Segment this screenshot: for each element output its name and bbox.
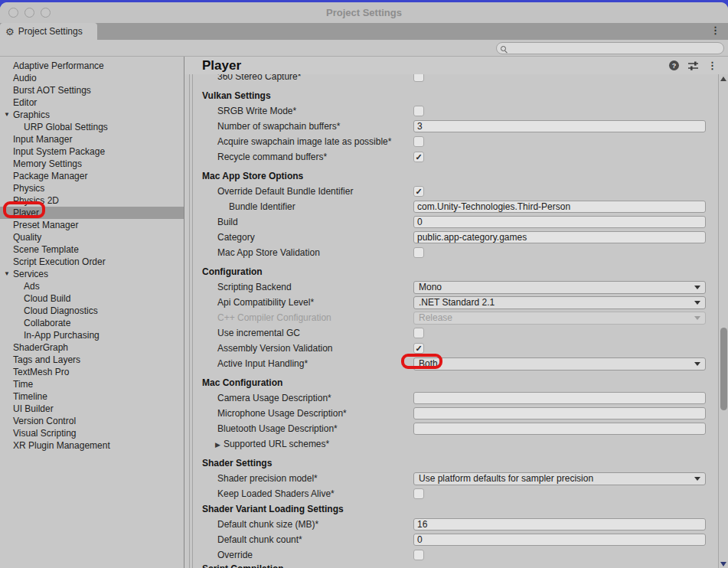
sidebar-item-adaptive-performance[interactable]: Adaptive Performance bbox=[0, 60, 184, 72]
checkbox-assembly-version-validation[interactable]: ✓ bbox=[413, 343, 424, 354]
sidebar-item-label: Input System Package bbox=[13, 146, 105, 157]
row-label: Bluetooth Usage Description* bbox=[184, 423, 338, 434]
row-label: Scripting Backend bbox=[184, 282, 292, 292]
row-label: Active Input Handling* bbox=[184, 358, 308, 369]
row-label: Override Default Bundle Identifier bbox=[184, 186, 353, 197]
text-field-default-chunk-count[interactable]: 0 bbox=[413, 534, 706, 546]
sidebar-item-xr-plugin-management[interactable]: XR Plugin Management bbox=[0, 439, 184, 452]
sidebar-item-cloud-diagnostics[interactable]: Cloud Diagnostics bbox=[0, 305, 184, 317]
text-field-bundle-identifier[interactable]: com.Unity-Technologies.Third-Person bbox=[413, 201, 706, 213]
sidebar-item-services[interactable]: ▼Services bbox=[0, 268, 184, 280]
help-icon[interactable]: ? bbox=[669, 60, 679, 70]
sidebar-item-input-system-package[interactable]: Input System Package bbox=[0, 145, 184, 158]
chevron-down-icon[interactable]: ▼ bbox=[4, 268, 10, 280]
sidebar-item-time[interactable]: Time bbox=[0, 378, 184, 390]
section-configuration: Configuration bbox=[184, 264, 718, 279]
dropdown-active-input-handling[interactable]: Both bbox=[413, 357, 706, 371]
vertical-scrollbar[interactable] bbox=[718, 74, 728, 568]
sidebar-item-package-manager[interactable]: Package Manager bbox=[0, 170, 184, 182]
sidebar-item-in-app-purchasing[interactable]: In-App Purchasing bbox=[0, 329, 184, 341]
sidebar-item-label: Input Manager bbox=[13, 134, 72, 145]
checkbox-use-incremental-gc[interactable] bbox=[413, 328, 424, 338]
section-label: Mac Configuration bbox=[184, 377, 282, 388]
search-input[interactable] bbox=[506, 44, 723, 53]
setting-row-camera-usage-description: Camera Usage Description* bbox=[184, 390, 718, 406]
row-label: Default chunk size (MB)* bbox=[184, 519, 318, 530]
row-label: Api Compatibility Level* bbox=[184, 297, 314, 308]
row-label: SRGB Write Mode* bbox=[184, 106, 296, 116]
settings-sidebar: Adaptive PerformanceAudioBurst AOT Setti… bbox=[0, 57, 184, 568]
sidebar-item-physics-2d[interactable]: Physics 2D bbox=[0, 194, 184, 207]
sidebar-item-textmesh-pro[interactable]: TextMesh Pro bbox=[0, 366, 184, 378]
sidebar-item-player[interactable]: Player bbox=[0, 207, 184, 219]
chevron-right-icon[interactable]: ▶ bbox=[215, 441, 220, 449]
sidebar-item-input-manager[interactable]: Input Manager bbox=[0, 133, 184, 145]
text-field-microphone-usage-description[interactable] bbox=[413, 407, 706, 419]
tab-strip-menu-icon[interactable]: ⋮ bbox=[710, 24, 720, 36]
sidebar-item-urp-global-settings[interactable]: URP Global Settings bbox=[0, 121, 184, 133]
window-title: Project Settings bbox=[0, 7, 728, 18]
checkbox-override-default-bundle-identifier[interactable]: ✓ bbox=[413, 186, 424, 197]
sidebar-item-script-execution-order[interactable]: Script Execution Order bbox=[0, 256, 184, 268]
sidebar-item-label: In-App Purchasing bbox=[24, 330, 100, 341]
setting-row-number-of-swapchain-buffers: Number of swapchain buffers*3 bbox=[184, 119, 718, 134]
checkbox-mac-app-store-validation[interactable] bbox=[413, 247, 424, 258]
search-box[interactable] bbox=[496, 42, 724, 54]
tab-project-settings[interactable]: ⚙ Project Settings bbox=[0, 23, 97, 40]
checkbox-recycle-command-buffers[interactable]: ✓ bbox=[413, 152, 424, 162]
chevron-down-icon[interactable]: ▼ bbox=[4, 109, 10, 121]
sidebar-item-visual-scripting[interactable]: Visual Scripting bbox=[0, 427, 184, 439]
setting-row-mac-app-store-validation: Mac App Store Validation bbox=[184, 245, 718, 260]
dropdown-scripting-backend[interactable]: Mono bbox=[413, 281, 706, 294]
setting-row-bluetooth-usage-description: Bluetooth Usage Description* bbox=[184, 421, 718, 436]
sidebar-item-shadergraph[interactable]: ShaderGraph bbox=[0, 341, 184, 354]
scroll-down-icon[interactable] bbox=[720, 562, 726, 566]
sidebar-item-label: Memory Settings bbox=[13, 158, 82, 169]
sidebar-item-version-control[interactable]: Version Control bbox=[0, 415, 184, 427]
checkbox-srgb-write-mode[interactable] bbox=[413, 106, 424, 116]
row-label: Override bbox=[184, 550, 253, 560]
dropdown-shader-precision-model[interactable]: Use platform defaults for sampler precis… bbox=[413, 472, 706, 485]
dropdown-caret-icon bbox=[694, 477, 700, 481]
sidebar-item-tags-and-layers[interactable]: Tags and Layers bbox=[0, 354, 184, 366]
text-field-build[interactable]: 0 bbox=[413, 216, 706, 228]
checkbox-acquire-swapchain-image-late-as-possible[interactable] bbox=[413, 136, 424, 147]
text-field-default-chunk-size-mb[interactable]: 16 bbox=[413, 518, 706, 530]
titlebar[interactable]: Project Settings bbox=[0, 2, 728, 23]
text-field-camera-usage-description[interactable] bbox=[413, 392, 706, 404]
dropdown-caret-icon bbox=[694, 362, 700, 366]
row-label: ▶Supported URL schemes* bbox=[184, 439, 329, 449]
sidebar-item-burst-aot-settings[interactable]: Burst AOT Settings bbox=[0, 84, 184, 96]
text-field-category[interactable]: public.app-category.games bbox=[413, 231, 706, 243]
checkbox-override[interactable] bbox=[413, 550, 424, 560]
sidebar-item-memory-settings[interactable]: Memory Settings bbox=[0, 158, 184, 170]
row-label: Assembly Version Validation bbox=[184, 343, 333, 354]
sidebar-item-graphics[interactable]: ▼Graphics bbox=[0, 109, 184, 121]
setting-row-default-chunk-size-mb: Default chunk size (MB)*16 bbox=[184, 517, 718, 532]
sidebar-item-collaborate[interactable]: Collaborate bbox=[0, 317, 184, 329]
scrollbar-thumb[interactable] bbox=[720, 328, 727, 410]
sidebar-item-editor[interactable]: Editor bbox=[0, 96, 184, 109]
setting-row-acquire-swapchain-image-late-as-possible: Acquire swapchain image late as possible… bbox=[184, 134, 718, 149]
sidebar-item-label: Services bbox=[13, 269, 48, 279]
sidebar-item-ads[interactable]: Ads bbox=[0, 280, 184, 292]
sidebar-item-timeline[interactable]: Timeline bbox=[0, 390, 184, 403]
section-vulkan-settings: Vulkan Settings bbox=[184, 88, 718, 103]
row-label: Shader precision model* bbox=[184, 473, 318, 484]
dropdown-api-compatibility-level[interactable]: .NET Standard 2.1 bbox=[413, 296, 706, 309]
sidebar-item-scene-template[interactable]: Scene Template bbox=[0, 243, 184, 256]
sidebar-item-audio[interactable]: Audio bbox=[0, 72, 184, 84]
scroll-up-icon[interactable] bbox=[720, 77, 726, 81]
preset-icon[interactable] bbox=[687, 61, 699, 70]
text-field-number-of-swapchain-buffers[interactable]: 3 bbox=[413, 120, 706, 132]
more-menu-icon[interactable]: ⋮ bbox=[707, 60, 717, 71]
text-field-bluetooth-usage-description[interactable] bbox=[413, 423, 706, 435]
sidebar-item-ui-builder[interactable]: UI Builder bbox=[0, 403, 184, 415]
setting-row-override-default-bundle-identifier: Override Default Bundle Identifier✓ bbox=[184, 184, 718, 199]
sidebar-item-cloud-build[interactable]: Cloud Build bbox=[0, 292, 184, 305]
sidebar-item-quality[interactable]: Quality bbox=[0, 231, 184, 243]
sidebar-item-preset-manager[interactable]: Preset Manager bbox=[0, 219, 184, 231]
checkbox-keep-loaded-shaders-alive[interactable] bbox=[413, 488, 424, 499]
section-mac-configuration: Mac Configuration bbox=[184, 375, 718, 390]
sidebar-item-physics[interactable]: Physics bbox=[0, 182, 184, 194]
